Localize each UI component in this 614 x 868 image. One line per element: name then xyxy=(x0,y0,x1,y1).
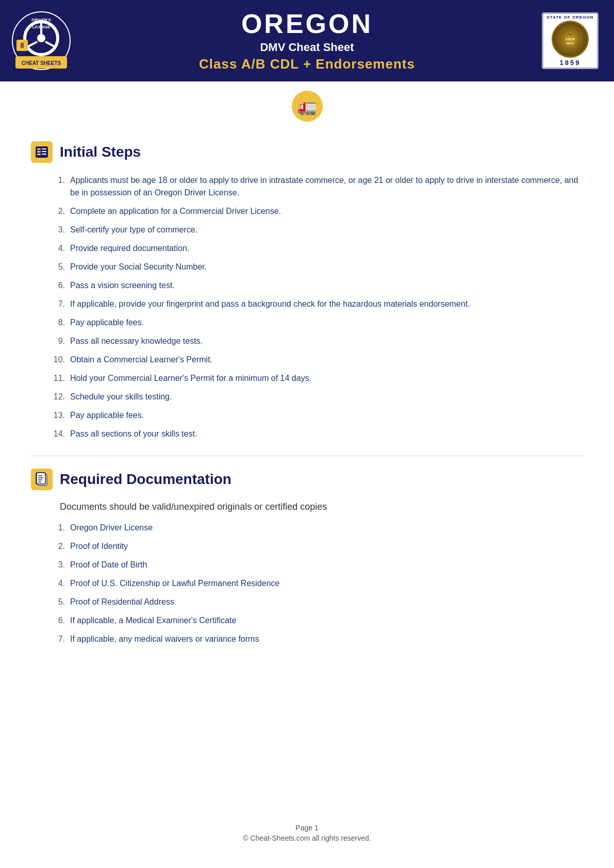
doc-number: 4. xyxy=(46,577,65,590)
page-number: Page 1 xyxy=(0,824,614,832)
svg-rect-15 xyxy=(37,151,41,153)
svg-text:8: 8 xyxy=(21,42,24,49)
svg-point-2 xyxy=(37,34,45,42)
doc-number: 5. xyxy=(46,596,65,608)
header-subtitle: DMV Cheat Sheet xyxy=(72,41,542,54)
svg-rect-27 xyxy=(38,477,43,478)
svg-rect-28 xyxy=(38,479,42,480)
svg-rect-17 xyxy=(37,154,41,155)
step-number: 14. xyxy=(46,428,65,440)
state-seal: STATE OF OREGON 🦅 STATE SEAL 1859 xyxy=(542,12,599,69)
list-item: 4.Provide required documentation. xyxy=(46,242,583,255)
required-docs-icon xyxy=(31,469,53,490)
doc-text: Proof of Identity xyxy=(70,540,583,553)
truck-icon: 🚛 xyxy=(292,91,323,122)
doc-number: 2. xyxy=(46,540,65,553)
doc-number: 7. xyxy=(46,633,65,645)
list-item: 10.Obtain a Commercial Learner's Permit. xyxy=(46,354,583,366)
list-item: 2.Complete an application for a Commerci… xyxy=(46,205,583,218)
step-text: Hold your Commercial Learner's Permit fo… xyxy=(70,372,583,385)
logo-container: CHEAT SHEETS DRIVER'S LICENSE 8 xyxy=(10,10,72,72)
step-number: 13. xyxy=(46,409,65,422)
list-item: 3.Self-certify your type of commerce. xyxy=(46,224,583,236)
doc-number: 1. xyxy=(46,522,65,534)
step-number: 1. xyxy=(46,174,65,199)
list-item: 9.Pass all necessary knowledge tests. xyxy=(46,335,583,347)
svg-rect-26 xyxy=(38,475,42,476)
list-item: 11.Hold your Commercial Learner's Permit… xyxy=(46,372,583,385)
list-item: 1.Applicants must be age 18 or older to … xyxy=(46,174,583,199)
list-item: 4.Proof of U.S. Citizenship or Lawful Pe… xyxy=(46,577,583,590)
page-footer: Page 1 © Cheat-Sheets.com all rights res… xyxy=(0,813,614,858)
svg-text:CHEAT SHEETS: CHEAT SHEETS xyxy=(22,60,61,66)
required-docs-list: 1.Oregon Driver License2.Proof of Identi… xyxy=(46,522,583,645)
list-item: 5.Provide your Social Security Number. xyxy=(46,261,583,273)
step-text: Pass all sections of your skills test. xyxy=(70,428,583,440)
required-docs-subtitle: Documents should be valid/unexpired orig… xyxy=(60,502,583,512)
list-item: 6.Pass a vision screening test. xyxy=(46,279,583,292)
truck-divider: 🚛 xyxy=(0,81,614,127)
step-number: 9. xyxy=(46,335,65,347)
doc-number: 6. xyxy=(46,614,65,627)
step-text: Self-certify your type of commerce. xyxy=(70,224,583,236)
step-text: Provide required documentation. xyxy=(70,242,583,255)
step-text: Obtain a Commercial Learner's Permit. xyxy=(70,354,583,366)
seal-inner: 🦅 STATE SEAL xyxy=(566,33,575,46)
step-text: Schedule your skills testing. xyxy=(70,391,583,403)
step-text: If applicable, provide your fingerprint … xyxy=(70,298,583,310)
logo-svg: CHEAT SHEETS DRIVER'S LICENSE 8 xyxy=(10,10,72,72)
header-class: Class A/B CDL + Endorsements xyxy=(72,56,542,72)
list-item: 13.Pay applicable fees. xyxy=(46,409,583,422)
section-divider xyxy=(31,456,583,456)
svg-rect-29 xyxy=(38,481,41,482)
doc-text: Proof of Date of Birth xyxy=(70,559,583,571)
list-icon xyxy=(35,145,49,159)
step-text: Pay applicable fees. xyxy=(70,316,583,329)
initial-steps-header: Initial Steps xyxy=(31,141,583,163)
header-title: OREGON xyxy=(72,9,542,39)
svg-rect-14 xyxy=(42,148,46,149)
list-item: 7.If applicable, provide your fingerprin… xyxy=(46,298,583,310)
initial-steps-title: Initial Steps xyxy=(60,144,141,160)
step-text: Provide your Social Security Number. xyxy=(70,261,583,273)
doc-text: Proof of U.S. Citizenship or Lawful Perm… xyxy=(70,577,583,590)
list-item: 5.Proof of Residential Address xyxy=(46,596,583,608)
step-number: 8. xyxy=(46,316,65,329)
document-icon xyxy=(35,472,49,487)
seal-emblem: 🦅 STATE SEAL xyxy=(552,21,589,58)
doc-text: Proof of Residential Address xyxy=(70,596,583,608)
svg-text:DRIVER'S: DRIVER'S xyxy=(31,18,51,22)
initial-steps-section: Initial Steps 1.Applicants must be age 1… xyxy=(31,141,583,440)
list-item: 6.If applicable, a Medical Examiner's Ce… xyxy=(46,614,583,627)
step-text: Applicants must be age 18 or older to ap… xyxy=(70,174,583,199)
initial-steps-icon xyxy=(31,141,53,163)
seal-year: 1859 xyxy=(560,59,581,66)
required-docs-section: Required Documentation Documents should … xyxy=(31,469,583,645)
doc-number: 3. xyxy=(46,559,65,571)
svg-rect-16 xyxy=(42,151,46,152)
list-item: 8.Pay applicable fees. xyxy=(46,316,583,329)
initial-steps-list: 1.Applicants must be age 18 or older to … xyxy=(46,174,583,440)
step-number: 3. xyxy=(46,224,65,236)
doc-text: Oregon Driver License xyxy=(70,522,583,534)
copyright-text: © Cheat-Sheets.com all rights reserved. xyxy=(0,834,614,842)
step-number: 10. xyxy=(46,354,65,366)
list-item: 7.If applicable, any medical waivers or … xyxy=(46,633,583,645)
step-number: 5. xyxy=(46,261,65,273)
doc-text: If applicable, any medical waivers or va… xyxy=(70,633,583,645)
seal-top-text: STATE OF OREGON xyxy=(546,15,593,20)
step-text: Pass a vision screening test. xyxy=(70,279,583,292)
list-item: 2.Proof of Identity xyxy=(46,540,583,553)
svg-text:LICENSE: LICENSE xyxy=(32,25,51,29)
step-number: 7. xyxy=(46,298,65,310)
svg-rect-18 xyxy=(42,154,46,155)
step-text: Pay applicable fees. xyxy=(70,409,583,422)
svg-rect-13 xyxy=(37,148,41,150)
header-center: OREGON DMV Cheat Sheet Class A/B CDL + E… xyxy=(72,9,542,72)
doc-text: If applicable, a Medical Examiner's Cert… xyxy=(70,614,583,627)
step-number: 11. xyxy=(46,372,65,385)
main-content: Initial Steps 1.Applicants must be age 1… xyxy=(0,127,614,681)
step-number: 4. xyxy=(46,242,65,255)
step-number: 2. xyxy=(46,205,65,218)
step-text: Pass all necessary knowledge tests. xyxy=(70,335,583,347)
